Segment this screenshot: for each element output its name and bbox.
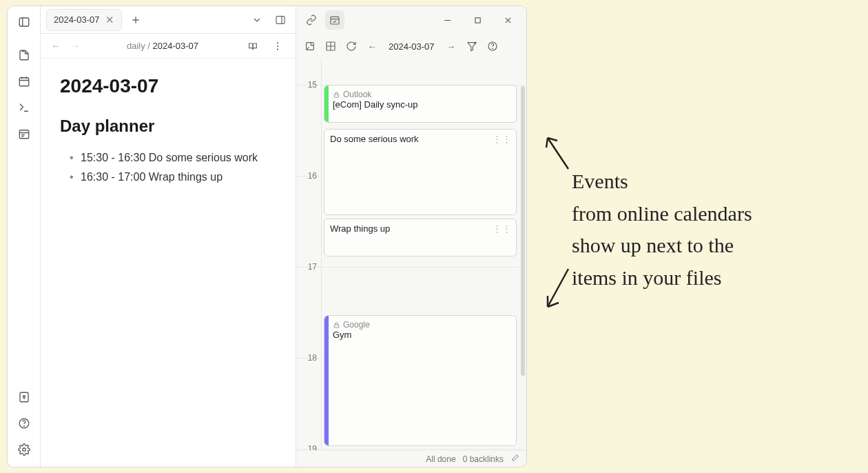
svg-rect-40 — [334, 94, 338, 97]
task-list: 15:30 - 16:30 Do some serious work 16:30… — [60, 148, 276, 187]
hour-row: 19 — [296, 449, 526, 450]
tab-bar: 2024-03-07 ✕ — [41, 6, 296, 34]
new-note-icon[interactable] — [12, 43, 36, 67]
timeline[interactable]: 1516171819Outlook[eCom] Daily sync-upDo … — [296, 59, 526, 467]
hour-label: 16 — [300, 171, 317, 181]
filter-icon[interactable] — [465, 39, 479, 53]
annotation-text: Events from online calendars show up nex… — [572, 165, 854, 294]
window-minimize-icon[interactable] — [434, 10, 460, 30]
svg-rect-0 — [19, 18, 29, 26]
titlebar — [296, 6, 526, 34]
svg-point-22 — [277, 45, 278, 46]
settings-icon[interactable] — [12, 438, 36, 461]
page-title: 2024-03-07 — [60, 75, 276, 97]
scrollbar[interactable] — [521, 86, 525, 376]
svg-point-23 — [277, 48, 278, 50]
breadcrumb-bar: ← → daily / 2024-03-07 — [41, 34, 296, 59]
planner-icon[interactable] — [12, 122, 36, 145]
event-title: Do some serious work — [330, 134, 510, 144]
section-heading: Day planner — [60, 117, 276, 136]
more-options-icon[interactable] — [268, 37, 287, 56]
svg-rect-11 — [20, 392, 28, 402]
sync-status: All done — [426, 454, 455, 464]
backlinks-count[interactable]: 0 backlinks — [463, 454, 504, 464]
event-provider: Outlook — [333, 90, 510, 99]
hour-label: 15 — [300, 80, 317, 90]
hour-label: 17 — [300, 262, 317, 272]
svg-point-21 — [277, 42, 278, 43]
svg-point-12 — [23, 396, 25, 398]
svg-rect-41 — [334, 325, 338, 328]
annotation-arrow-icon — [541, 265, 575, 314]
prev-day-icon[interactable]: ← — [365, 39, 379, 53]
svg-rect-2 — [19, 78, 29, 86]
refresh-icon[interactable] — [344, 39, 358, 53]
svg-rect-24 — [331, 17, 339, 24]
annotation-arrow-icon — [541, 131, 575, 172]
window-maximize-icon[interactable] — [464, 10, 490, 30]
tab-title: 2024-03-07 — [54, 14, 100, 25]
calendar-toolbar: ← 2024-03-07 → — [296, 34, 526, 59]
close-tab-icon[interactable]: ✕ — [105, 14, 114, 26]
next-day-icon[interactable]: → — [444, 39, 458, 53]
event-title: [eCom] Daily sync-up — [333, 99, 510, 110]
reading-mode-icon[interactable] — [243, 37, 262, 56]
command-palette-icon[interactable] — [12, 96, 36, 119]
nav-back-icon[interactable]: ← — [49, 41, 63, 51]
hour-label: 18 — [300, 353, 317, 363]
calendar-event[interactable]: Wrap things up⋮⋮ — [324, 219, 517, 256]
window-close-icon[interactable] — [495, 10, 521, 30]
drag-handle-icon[interactable]: ⋮⋮ — [493, 134, 512, 144]
edit-icon[interactable] — [510, 454, 519, 465]
new-tab-icon[interactable] — [126, 10, 145, 30]
svg-rect-27 — [475, 17, 479, 22]
svg-point-15 — [23, 425, 24, 426]
vault-icon[interactable] — [12, 385, 36, 409]
event-title: Wrap things up — [330, 223, 510, 234]
help-calendar-icon[interactable] — [486, 39, 499, 53]
link-icon[interactable] — [302, 10, 321, 30]
hour-row: 17 — [296, 267, 526, 268]
status-bar: All done 0 backlinks — [296, 450, 526, 467]
list-item[interactable]: 16:30 - 17:00 Wrap things up — [70, 168, 276, 187]
breadcrumb-parent: daily — [127, 41, 145, 51]
tab-dropdown-icon[interactable] — [247, 10, 267, 30]
drag-handle-icon[interactable]: ⋮⋮ — [493, 223, 512, 234]
grid-view-icon[interactable] — [324, 39, 338, 53]
daily-note-icon[interactable] — [12, 70, 36, 93]
calendar-event[interactable]: Outlook[eCom] Daily sync-up — [324, 85, 517, 123]
svg-point-39 — [492, 48, 493, 49]
calendar-event[interactable]: Do some serious work⋮⋮ — [324, 129, 517, 215]
ribbon — [8, 6, 41, 467]
event-provider: Google — [333, 320, 510, 330]
help-icon[interactable] — [12, 412, 36, 435]
unlink-icon[interactable] — [303, 39, 317, 53]
toggle-sidebar-icon[interactable] — [12, 10, 36, 34]
nav-forward-icon[interactable]: → — [68, 41, 82, 51]
calendar-view-icon[interactable] — [325, 10, 344, 30]
calendar-pane: ← 2024-03-07 → 1516171819Outlook[eCom] D… — [296, 6, 526, 467]
svg-rect-7 — [19, 130, 29, 139]
editor-pane: 2024-03-07 ✕ ← → daily / 2024-03-07 — [41, 6, 296, 467]
list-item[interactable]: 15:30 - 16:30 Do some serious work — [70, 148, 276, 168]
editor-body[interactable]: 2024-03-07 Day planner 15:30 - 16:30 Do … — [41, 59, 296, 467]
event-title: Gym — [333, 330, 510, 340]
toggle-right-sidebar-icon[interactable] — [271, 10, 290, 30]
calendar-event[interactable]: GoogleGym — [324, 315, 517, 446]
breadcrumb[interactable]: daily / 2024-03-07 — [127, 41, 198, 51]
breadcrumb-current: 2024-03-07 — [153, 41, 199, 51]
calendar-date[interactable]: 2024-03-07 — [386, 41, 437, 52]
app-window: 2024-03-07 ✕ ← → daily / 2024-03-07 — [7, 6, 527, 467]
svg-point-16 — [22, 448, 25, 452]
svg-rect-19 — [276, 16, 285, 23]
tab-current[interactable]: 2024-03-07 ✕ — [46, 9, 122, 31]
